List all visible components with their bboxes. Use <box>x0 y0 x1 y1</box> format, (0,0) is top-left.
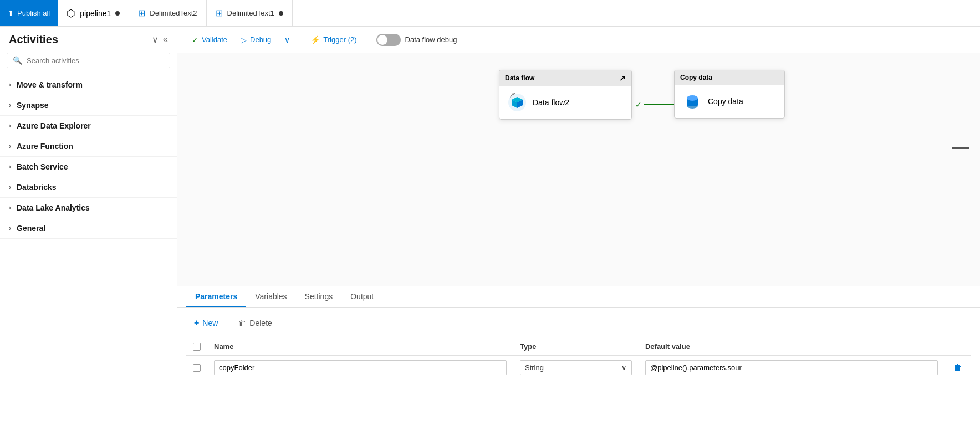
validate-button[interactable]: ✓ Validate <box>186 32 233 48</box>
table-icon-1: ⊞ <box>138 8 145 18</box>
chevron-icon-dla: › <box>9 204 11 212</box>
sidebar-item-label: Azure Function <box>17 142 73 151</box>
panel-actions: + New 🗑 Delete <box>186 315 971 331</box>
header-checkbox[interactable] <box>193 343 201 351</box>
sidebar-header: Activities ∨ « <box>0 27 177 50</box>
sidebar-item-general[interactable]: › General <box>0 218 177 239</box>
sidebar-item-label: Data Lake Analytics <box>17 203 90 212</box>
sidebar-item-azure-data-explorer[interactable]: › Azure Data Explorer <box>0 116 177 136</box>
default-value-cell <box>645 360 938 375</box>
pipeline-tab[interactable]: ⬡ pipeline1 <box>58 0 129 26</box>
copy-data-node[interactable]: Copy data Copy data <box>674 70 785 119</box>
pipeline-name: pipeline1 <box>80 9 111 18</box>
data-flow-node-label: Data flow2 <box>533 98 569 107</box>
chevron-icon-move: › <box>9 81 11 89</box>
bottom-panel: Parameters Variables Settings Output + N… <box>177 286 980 441</box>
delete-label: Delete <box>249 319 272 327</box>
data-flow-debug-toggle[interactable] <box>376 34 401 46</box>
copy-data-icon <box>682 91 702 111</box>
delimited1-dot <box>279 11 283 16</box>
debug-icon: ▷ <box>241 35 247 44</box>
new-parameter-button[interactable]: + New <box>186 315 226 331</box>
debug-button[interactable]: ▷ Debug <box>235 32 277 48</box>
debug-label: Debug <box>250 35 271 44</box>
data-flow-node[interactable]: Data flow ↗ <box>499 70 632 120</box>
tab-output-label: Output <box>350 292 374 301</box>
external-link-icon[interactable]: ↗ <box>619 74 626 83</box>
tab-delimited1[interactable]: ⊞ DelimitedText1 <box>207 0 293 26</box>
sidebar-item-batch-service[interactable]: › Batch Service <box>0 157 177 177</box>
parameters-table: Name Type Default value <box>186 338 971 380</box>
copy-data-node-header: Copy data <box>675 70 784 85</box>
type-select[interactable]: String ∨ <box>520 360 632 375</box>
sidebar-item-synapse[interactable]: › Synapse <box>0 95 177 116</box>
chevron-icon-synapse: › <box>9 101 11 109</box>
type-chevron-icon: ∨ <box>621 363 627 372</box>
default-value-input[interactable] <box>645 360 938 375</box>
chevron-icon-databricks: › <box>9 183 11 191</box>
tab-output[interactable]: Output <box>341 286 382 307</box>
tab-delimited2-label: DelimitedText2 <box>150 9 197 17</box>
name-input[interactable] <box>214 360 507 375</box>
row-delete-cell: 🗑 <box>945 356 971 380</box>
sidebar-item-label: Databricks <box>17 183 57 192</box>
sidebar-item-label: Azure Data Explorer <box>17 121 91 130</box>
search-input[interactable] <box>27 57 164 65</box>
toggle-container: Data flow debug <box>376 34 457 46</box>
data-flow-header-label: Data flow <box>505 74 534 82</box>
chevron-icon-af: › <box>9 142 11 150</box>
data-flow-node-header: Data flow ↗ <box>499 70 631 86</box>
sidebar-controls: ∨ « <box>152 34 168 45</box>
publish-icon: ⬆ <box>8 9 14 17</box>
pipeline-canvas[interactable]: Data flow ↗ <box>177 53 980 286</box>
publish-label: Publish all <box>17 9 50 17</box>
sidebar-item-label: Synapse <box>17 101 49 110</box>
tab-delimited2[interactable]: ⊞ DelimitedText2 <box>129 0 206 26</box>
sidebar-item-azure-function[interactable]: › Azure Function <box>0 136 177 157</box>
canvas-area: ✓ Validate ▷ Debug ∨ ⚡ Trigger (2) Data … <box>177 27 980 441</box>
tab-delimited1-label: DelimitedText1 <box>227 9 274 17</box>
table-icon-2: ⊞ <box>216 8 223 18</box>
sidebar-item-move-transform[interactable]: › Move & transform <box>0 75 177 95</box>
table-row: String ∨ 🗑 <box>186 356 971 380</box>
tab-parameters[interactable]: Parameters <box>186 286 246 307</box>
tab-parameters-label: Parameters <box>195 292 237 301</box>
chevron-icon-general: › <box>9 224 11 232</box>
minimize-icon[interactable]: « <box>163 34 168 45</box>
sidebar-item-databricks[interactable]: › Databricks <box>0 177 177 198</box>
toolbar-divider-1 <box>300 33 300 47</box>
connector-arrow: ✓ <box>635 100 677 109</box>
pipeline-icon: ⬡ <box>67 7 75 19</box>
publish-all-button[interactable]: ⬆ Publish all <box>0 0 58 26</box>
validate-label: Validate <box>202 35 227 44</box>
sidebar-item-label: Batch Service <box>17 162 68 171</box>
chevron-down-icon: ∨ <box>284 35 290 44</box>
row-checkbox[interactable] <box>193 364 201 372</box>
trigger-dropdown-button[interactable]: ∨ <box>279 32 295 48</box>
delete-row-button[interactable]: 🗑 <box>951 361 964 375</box>
minimize-bar[interactable] <box>952 147 969 149</box>
trigger-button[interactable]: ⚡ Trigger (2) <box>305 32 362 48</box>
sidebar-item-data-lake-analytics[interactable]: › Data Lake Analytics <box>0 198 177 218</box>
data-flow-icon <box>507 93 527 112</box>
chevron-icon-ade: › <box>9 122 11 130</box>
success-check-icon: ✓ <box>635 100 642 109</box>
sidebar-item-label: General <box>17 224 45 233</box>
search-box: 🔍 <box>7 53 170 68</box>
pipeline-modified-dot <box>115 11 120 16</box>
sidebar: Activities ∨ « 🔍 › Move & transform › Sy… <box>0 27 177 441</box>
type-value: String <box>525 363 544 372</box>
main-layout: Activities ∨ « 🔍 › Move & transform › Sy… <box>0 27 980 441</box>
tab-variables[interactable]: Variables <box>246 286 295 307</box>
toolbar: ✓ Validate ▷ Debug ∨ ⚡ Trigger (2) Data … <box>177 27 980 53</box>
col-actions <box>945 338 971 356</box>
delete-icon: 🗑 <box>238 319 246 327</box>
delete-parameter-button[interactable]: 🗑 Delete <box>231 315 279 331</box>
tab-settings[interactable]: Settings <box>296 286 342 307</box>
row-checkbox-cell <box>186 356 207 380</box>
panel-separator <box>228 316 228 330</box>
tab-variables-label: Variables <box>255 292 287 301</box>
collapse-icon[interactable]: ∨ <box>152 34 159 45</box>
search-icon: 🔍 <box>13 56 22 65</box>
panel-tabs: Parameters Variables Settings Output <box>177 286 980 308</box>
